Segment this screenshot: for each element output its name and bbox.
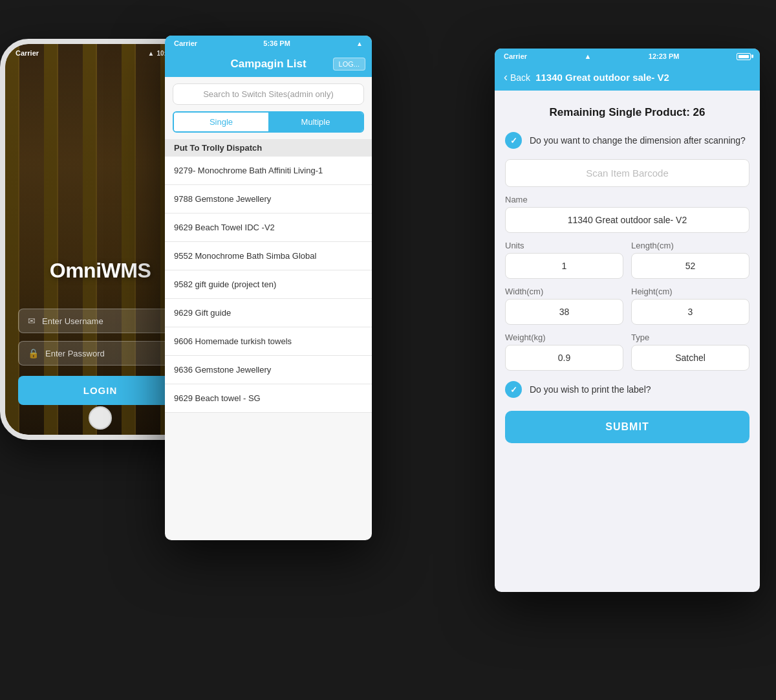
password-input[interactable]: 🔒 Enter Password (18, 341, 182, 366)
password-placeholder: Enter Password (45, 349, 105, 358)
tab-bar: Single Multiple (173, 111, 364, 133)
login-carrier: Carrier (16, 49, 39, 57)
detail-nav-title: 11340 Great outdoor sale- V2 (535, 72, 751, 83)
name-field: Name 11340 Great outdoor sale- V2 (505, 195, 749, 233)
type-field: Type Satchel (631, 333, 749, 371)
list-item[interactable]: 9606 Homemade turkish towels (165, 327, 372, 356)
username-input[interactable]: ✉ Enter Username (18, 309, 182, 333)
width-value[interactable]: 38 (505, 299, 623, 325)
username-placeholder: Enter Username (42, 316, 103, 326)
app-title: OmniWMS (50, 259, 151, 283)
type-value[interactable]: Satchel (631, 345, 749, 371)
battery-icon (737, 53, 751, 60)
dimension-checkbox-row: ✓ Do you want to change the dimension af… (505, 129, 749, 151)
login-button[interactable]: LOGIN (18, 376, 182, 405)
search-placeholder: Search to Switch Sites(admin only) (203, 89, 334, 99)
units-length-row: Units 1 Length(cm) 52 (505, 241, 749, 279)
back-button[interactable]: ‹ Back (504, 71, 530, 84)
list-item[interactable]: 9629 Beach Towel IDC -V2 (165, 213, 372, 242)
print-checkbox-row: ✓ Do you wish to print the label? (505, 378, 749, 400)
list-item[interactable]: 9629 Gift guide (165, 299, 372, 327)
height-field: Height(cm) 3 (631, 287, 749, 325)
section-header: Put To Trolly Dispatch (165, 139, 372, 157)
height-value[interactable]: 3 (631, 299, 749, 325)
campaign-list: 9279- Monochrome Bath Affiniti Living-1 … (165, 157, 372, 413)
width-height-row: Width(cm) 38 Height(cm) 3 (505, 287, 749, 325)
list-header-title: Campagin List (230, 58, 306, 71)
list-wifi-icon: ▲ (356, 40, 363, 47)
submit-button[interactable]: SUBMIT (505, 411, 749, 443)
list-item[interactable]: 9552 Monochrome Bath Simba Global (165, 242, 372, 270)
list-carrier: Carrier (174, 39, 197, 47)
name-value: 11340 Great outdoor sale- V2 (505, 207, 749, 233)
back-label: Back (510, 72, 530, 83)
detail-nav: ‹ Back 11340 Great outdoor sale- V2 (495, 64, 760, 91)
phone-detail: Carrier ▲ 12:23 PM ‹ Back 11340 Great ou… (495, 49, 760, 592)
login-form: ✉ Enter Username 🔒 Enter Password LOGIN (18, 309, 182, 405)
list-item[interactable]: 9636 Gemstone Jewellery (165, 356, 372, 384)
list-item[interactable]: 9582 gift guide (project ten) (165, 270, 372, 299)
units-value[interactable]: 1 (505, 253, 623, 279)
detail-status-bar: Carrier ▲ 12:23 PM (495, 49, 760, 64)
length-label: Length(cm) (631, 241, 749, 250)
width-label: Width(cm) (505, 287, 623, 296)
weight-type-row: Weight(kg) 0.9 Type Satchel (505, 333, 749, 371)
detail-time: 12:23 PM (649, 52, 680, 60)
list-header: Campagin List LOG... (165, 51, 372, 77)
phone-campaign-list: Carrier 5:36 PM ▲ Campagin List LOG... S… (165, 36, 372, 540)
print-checkbox-label: Do you wish to print the label? (530, 384, 651, 395)
list-time: 5:36 PM (263, 39, 290, 47)
logout-button[interactable]: LOG... (333, 58, 365, 71)
length-field: Length(cm) 52 (631, 241, 749, 279)
detail-wifi-icon: ▲ (585, 52, 592, 60)
width-field: Width(cm) 38 (505, 287, 623, 325)
barcode-placeholder: Scan Item Barcode (586, 168, 669, 179)
print-checkbox[interactable]: ✓ (505, 381, 522, 398)
height-label: Height(cm) (631, 287, 749, 296)
detail-body: Remaining Single Product: 26 ✓ Do you wa… (495, 91, 760, 454)
list-item[interactable]: 9629 Beach towel - SG (165, 384, 372, 413)
weight-label: Weight(kg) (505, 333, 623, 342)
tab-multiple[interactable]: Multiple (268, 113, 363, 131)
detail-carrier: Carrier (504, 52, 527, 60)
tab-single[interactable]: Single (174, 113, 268, 131)
back-chevron-icon: ‹ (504, 71, 508, 84)
weight-field: Weight(kg) 0.9 (505, 333, 623, 371)
list-item[interactable]: 9788 Gemstone Jewellery (165, 185, 372, 213)
barcode-input[interactable]: Scan Item Barcode (505, 159, 749, 187)
list-item[interactable]: 9279- Monochrome Bath Affiniti Living-1 (165, 157, 372, 185)
login-wifi-icon: ▲ (148, 50, 155, 57)
length-value[interactable]: 52 (631, 253, 749, 279)
units-label: Units (505, 241, 623, 250)
email-icon: ✉ (28, 316, 36, 326)
checkmark-icon: ✓ (510, 136, 517, 146)
name-label: Name (505, 195, 749, 204)
remaining-text: Remaining Single Product: 26 (505, 101, 749, 122)
lock-icon: 🔒 (28, 348, 39, 358)
units-field: Units 1 (505, 241, 623, 279)
type-label: Type (631, 333, 749, 342)
print-checkmark-icon: ✓ (510, 385, 517, 395)
list-status-bar: Carrier 5:36 PM ▲ (165, 36, 372, 51)
search-bar[interactable]: Search to Switch Sites(admin only) (173, 83, 364, 105)
dimension-checkbox[interactable]: ✓ (505, 132, 522, 149)
weight-value[interactable]: 0.9 (505, 345, 623, 371)
dimension-checkbox-label: Do you want to change the dimension afte… (530, 135, 746, 146)
